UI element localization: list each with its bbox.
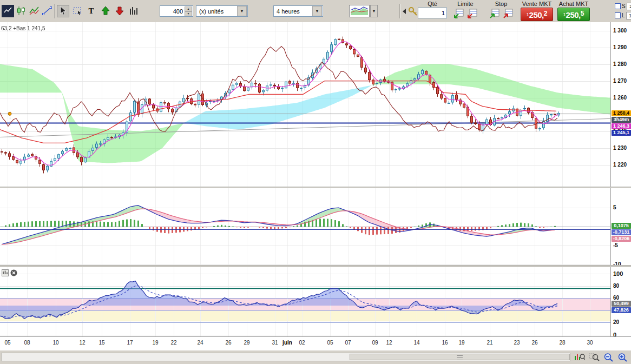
- sell-market-group: Vente MKT 1250,2: [520, 1, 554, 21]
- sell-marker-tool-button[interactable]: [113, 5, 126, 17]
- main-toolbar: T ▲▼ (x) unités ▼ 4 heures ▼ ▼: [0, 0, 631, 23]
- axis-tick: 60: [613, 295, 619, 301]
- macd-canvas[interactable]: [0, 188, 610, 265]
- chart-scrollbar-track[interactable]: [1, 353, 570, 361]
- timeframe-select[interactable]: 4 heures ▼: [273, 5, 323, 17]
- axis-tick: 80: [613, 283, 619, 289]
- time-axis-label: 21: [482, 340, 498, 346]
- time-axis-label: 02: [294, 340, 310, 346]
- time-axis-label: 22: [166, 340, 182, 346]
- stochastic-axis[interactable]: 10080604020050,49947,826: [610, 267, 631, 336]
- qty-label: Qté: [428, 1, 437, 8]
- text-tool-button[interactable]: T: [85, 5, 97, 17]
- stoch-settings-icon[interactable]: [2, 269, 9, 276]
- limit-label: Limite: [457, 1, 473, 8]
- axis-tick: 1 280: [613, 61, 627, 67]
- scrollbar-grip-icon[interactable]: [457, 355, 463, 360]
- sell-limit-icon[interactable]: [466, 8, 478, 19]
- candlestick-style-button[interactable]: [15, 5, 27, 17]
- candle-countdown-badge: 3h49m: [612, 117, 631, 123]
- periods-input[interactable]: [160, 6, 184, 16]
- axis-tick: 1 220: [613, 162, 627, 168]
- time-axis-label: 26: [527, 340, 543, 346]
- time-axis-label: 26: [220, 340, 236, 346]
- key-icon[interactable]: [408, 6, 418, 18]
- zoom-out-button[interactable]: [601, 352, 615, 362]
- tenkan-value-badge: 1 246,3: [612, 123, 631, 129]
- s-label: S: [622, 3, 626, 9]
- buy-marker-tool-button[interactable]: [99, 5, 111, 17]
- axis-tick: 1 300: [613, 28, 627, 34]
- time-axis-label: 17: [122, 340, 138, 346]
- indicator-preview-button[interactable]: [349, 5, 370, 17]
- price-axis[interactable]: 1 3001 2901 2801 2701 2601 2501 2401 230…: [610, 22, 631, 187]
- axis-tick: 1 270: [613, 78, 627, 84]
- trading-app-window: T ▲▼ (x) unités ▼ 4 heures ▼ ▼: [0, 0, 631, 364]
- qty-input[interactable]: [418, 8, 447, 18]
- macd-signal-badge: -0,8206: [612, 236, 631, 242]
- time-axis-label: 15: [94, 340, 110, 346]
- time-axis-label: 16: [437, 340, 453, 346]
- zoom-in-button[interactable]: [615, 352, 629, 362]
- zoom-select-tool-button[interactable]: [71, 5, 83, 17]
- chart-scrollbar-thumb[interactable]: [350, 354, 570, 360]
- axis-tick: 1 230: [613, 145, 627, 151]
- toolbar-separator: [54, 4, 55, 18]
- sell-market-label: Vente MKT: [522, 1, 551, 8]
- chart-info-text: 63,2 +Bas 1 241,5: [1, 25, 45, 31]
- price-line-badge: 1 245,1: [612, 130, 631, 136]
- chevron-down-icon: ▼: [237, 6, 247, 16]
- l-checkbox[interactable]: [615, 12, 621, 18]
- sell-market-button[interactable]: 1250,2: [521, 8, 553, 21]
- buy-stop-icon[interactable]: [489, 8, 501, 19]
- buy-market-label: Achat MKT: [559, 1, 588, 8]
- axis-tick: -5: [613, 242, 618, 248]
- time-axis-label: juin: [279, 340, 295, 346]
- units-select[interactable]: (x) unités ▼: [196, 5, 248, 17]
- indicator-preview-caret[interactable]: ▼: [370, 5, 378, 17]
- axis-tick: 5: [613, 204, 616, 210]
- bottom-bar: [0, 350, 631, 364]
- buy-market-button[interactable]: 1250,5: [557, 8, 590, 21]
- time-axis-label: 08: [19, 340, 35, 346]
- s-count-input[interactable]: [627, 3, 631, 10]
- l-count-input[interactable]: [626, 12, 631, 19]
- stochastic-canvas[interactable]: [0, 267, 610, 336]
- periods-spin-down[interactable]: ▼: [185, 11, 192, 16]
- chart-window-icon[interactable]: [2, 5, 14, 17]
- limit-group: Limite: [450, 1, 481, 19]
- cursor-tool-button[interactable]: [57, 5, 69, 17]
- time-axis-label: 28: [554, 340, 570, 346]
- stoch-k-badge: 50,499: [612, 301, 631, 307]
- time-axis[interactable]: 050810121517192224262931juin020507091214…: [0, 336, 631, 350]
- last-price-badge: 1 250,4: [612, 110, 631, 116]
- units-select-value: (x) unités: [196, 8, 236, 15]
- stop-label: Stop: [495, 1, 508, 8]
- l-label: L: [622, 12, 625, 18]
- s-checkbox[interactable]: [615, 3, 621, 9]
- sell-price-sup: 2: [544, 10, 548, 17]
- auto-fit-icon[interactable]: [573, 352, 586, 362]
- line-style-button[interactable]: [28, 5, 40, 17]
- periods-spin-up[interactable]: ▲: [185, 6, 192, 11]
- buy-price-sup: 5: [581, 10, 584, 17]
- collapse-order-panel-icon[interactable]: [403, 9, 406, 14]
- buy-limit-icon[interactable]: [453, 8, 465, 19]
- chevron-down-icon: ▼: [312, 6, 322, 16]
- macd-axis[interactable]: 5-5-100,1075-0,7131-0,8206: [610, 188, 631, 265]
- sell-stop-icon[interactable]: [502, 8, 514, 19]
- time-axis-label: 19: [453, 340, 470, 346]
- zoom-selection-icon[interactable]: [587, 352, 601, 362]
- price-chart-canvas[interactable]: [0, 22, 610, 187]
- stoch-d-badge: 47,826: [612, 307, 631, 313]
- macd-hist-badge: 0,1075: [612, 223, 631, 229]
- timeframe-select-value: 4 heures: [274, 8, 312, 15]
- time-axis-label: 30: [582, 340, 598, 346]
- time-axis-label: 12: [381, 340, 397, 346]
- trendline-tool-button[interactable]: [41, 5, 53, 17]
- qty-group: Qté: [418, 1, 446, 18]
- stoch-panel-tools: [2, 269, 17, 276]
- macd-panel: 5-5-100,1075-0,7131-0,8206: [0, 188, 631, 265]
- stoch-close-icon[interactable]: [10, 269, 17, 276]
- volume-profile-tool-button[interactable]: [127, 5, 140, 17]
